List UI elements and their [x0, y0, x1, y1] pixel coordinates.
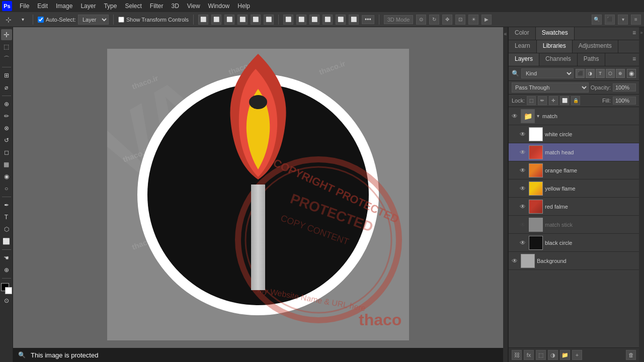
layer-row-background[interactable]: 👁 Background	[509, 252, 639, 270]
healing-tool[interactable]: ⊕	[1, 99, 12, 110]
layer-row-match-stick[interactable]: 👁 match stick	[509, 216, 639, 234]
selection-tool[interactable]: ⬚	[1, 41, 12, 52]
vis-match-head[interactable]: 👁	[519, 148, 527, 156]
opacity-input[interactable]	[613, 83, 636, 92]
right-panel-collapse[interactable]: »	[639, 27, 644, 362]
tab-channels[interactable]: Channels	[539, 53, 578, 66]
group-expand-arrow[interactable]: ▾	[537, 113, 539, 119]
panel-menu-icon[interactable]: ≡	[629, 27, 639, 40]
lasso-tool[interactable]: ⌒	[1, 53, 12, 64]
add-mask-button[interactable]: ⬚	[536, 350, 546, 360]
foreground-color[interactable]	[1, 283, 12, 294]
add-adjustment-button[interactable]: ◑	[548, 350, 558, 360]
lock-all-button[interactable]: 🔒	[571, 96, 580, 105]
add-layer-button[interactable]: +	[572, 350, 582, 360]
lock-artboard-button[interactable]: ⬜	[560, 96, 569, 105]
menu-layer[interactable]: Layer	[77, 2, 99, 11]
tab-libraries[interactable]: Libraries	[537, 40, 573, 53]
align-center-h-button[interactable]: ⬜	[211, 15, 221, 25]
3d-video-icon[interactable]: ▶	[481, 15, 492, 25]
add-group-button[interactable]: 📁	[560, 350, 570, 360]
tab-paths[interactable]: Paths	[578, 53, 606, 66]
workspace-icon[interactable]: ⬛	[605, 15, 615, 25]
type-tool[interactable]: T	[1, 212, 12, 223]
menu-3d[interactable]: 3D	[168, 2, 182, 11]
link-layers-button[interactable]: ⛓	[512, 350, 522, 360]
vis-match-stick[interactable]: 👁	[519, 221, 527, 229]
align-right-button[interactable]: ⬜	[224, 15, 234, 25]
gradient-tool[interactable]: ▦	[1, 159, 12, 170]
delete-layer-button[interactable]: 🗑	[626, 350, 636, 360]
filter-shape-icon[interactable]: ⬡	[606, 69, 615, 78]
layer-row-yellow-flame[interactable]: 👁 yellow flame	[509, 179, 639, 198]
history-brush-tool[interactable]: ↺	[1, 135, 12, 146]
zoom-tool[interactable]: ⊕	[1, 264, 12, 276]
3d-mode-button[interactable]: 3D Mode	[384, 15, 414, 24]
layer-row-match-head[interactable]: 👁 match head	[509, 143, 639, 161]
add-style-button[interactable]: fx	[524, 350, 534, 360]
dist-center-v-button[interactable]: ⬜	[336, 15, 346, 25]
menu-edit[interactable]: Edit	[34, 2, 51, 11]
vis-black-circle[interactable]: 👁	[519, 239, 527, 247]
align-center-v-button[interactable]: ⬜	[251, 15, 261, 25]
filter-toggle[interactable]: ◉	[627, 69, 636, 78]
move-tool[interactable]: ✛	[1, 29, 12, 40]
layer-row-red-flame[interactable]: 👁 red falme	[509, 198, 639, 216]
auto-select-type[interactable]: Layer Group	[78, 15, 109, 25]
3d-light-icon[interactable]: ☀	[468, 15, 478, 25]
auto-select-checkbox[interactable]	[38, 17, 44, 23]
tab-swatches[interactable]: Swatches	[536, 27, 575, 40]
vis-white-circle[interactable]: 👁	[519, 130, 527, 138]
search-icon[interactable]: 🔍	[592, 15, 602, 25]
menu-image[interactable]: Image	[52, 2, 76, 11]
hand-tool[interactable]: ☚	[1, 252, 12, 263]
pen-tool[interactable]: ✒	[1, 200, 12, 211]
dist-left-button[interactable]: ⬜	[283, 15, 293, 25]
lock-transparency-button[interactable]: ⬚	[527, 96, 536, 105]
align-left-button[interactable]: ⬜	[198, 15, 208, 25]
layer-row-match-group[interactable]: 👁 📁 ▾ match	[509, 107, 639, 125]
quick-mask-tool[interactable]: ⊙	[1, 295, 12, 306]
tab-adjustments[interactable]: Adjustments	[573, 40, 618, 53]
dist-right-button[interactable]: ⬜	[309, 15, 319, 25]
dist-center-h-button[interactable]: ⬜	[296, 15, 306, 25]
3d-rotate-icon[interactable]: ↻	[429, 15, 439, 25]
layer-row-white-circle[interactable]: 👁 white circle	[509, 125, 639, 143]
vis-match-group[interactable]: 👁	[511, 112, 519, 120]
eyedropper-tool[interactable]: ⌀	[1, 82, 12, 93]
align-bottom-button[interactable]: ⬜	[264, 15, 274, 25]
move-tool-icon[interactable]: ⊹	[3, 14, 14, 25]
vis-yellow-flame[interactable]: 👁	[519, 185, 527, 193]
vis-orange-flame[interactable]: 👁	[519, 166, 527, 174]
menu-type[interactable]: Type	[100, 2, 120, 11]
blur-tool[interactable]: ◉	[1, 171, 12, 182]
panel-collapse-handle[interactable]: «	[503, 27, 508, 362]
dodge-tool[interactable]: ○	[1, 183, 12, 194]
shape-tool[interactable]: ⬜	[1, 236, 12, 247]
panel-toggle-icon[interactable]: ≡	[631, 15, 641, 25]
eraser-tool[interactable]: ◻	[1, 147, 12, 158]
stamp-tool[interactable]: ⊗	[1, 123, 12, 134]
menu-window[interactable]: Window	[205, 2, 233, 11]
tab-color[interactable]: Color	[509, 27, 536, 40]
filter-adjustment-icon[interactable]: ◑	[586, 69, 595, 78]
3d-nav-icon[interactable]: ⊙	[416, 15, 426, 25]
workspace-arrow[interactable]: ▾	[618, 15, 628, 25]
3d-transform-icon[interactable]: ✥	[442, 15, 452, 25]
fill-input[interactable]	[613, 97, 636, 105]
layer-row-black-circle[interactable]: 👁 black circle	[509, 234, 639, 252]
blend-mode-select[interactable]: Pass Through Normal Multiply Screen	[512, 82, 589, 93]
crop-tool[interactable]: ⊞	[1, 70, 12, 81]
tab-layers[interactable]: Layers	[509, 53, 539, 66]
lock-position-button[interactable]: ✛	[549, 96, 558, 105]
menu-select[interactable]: Select	[121, 2, 145, 11]
vis-background[interactable]: 👁	[511, 257, 519, 265]
move-tool-arrow[interactable]: ▾	[17, 14, 28, 25]
path-tool[interactable]: ⬡	[1, 224, 12, 235]
dist-top-button[interactable]: ⬜	[323, 15, 333, 25]
filter-pixel-icon[interactable]: ⬛	[576, 69, 585, 78]
3d-camera-icon[interactable]: ⊡	[455, 15, 465, 25]
align-top-button[interactable]: ⬜	[237, 15, 248, 25]
layers-panel-menu[interactable]: ≡	[629, 53, 639, 66]
brush-tool[interactable]: ✏	[1, 111, 12, 122]
